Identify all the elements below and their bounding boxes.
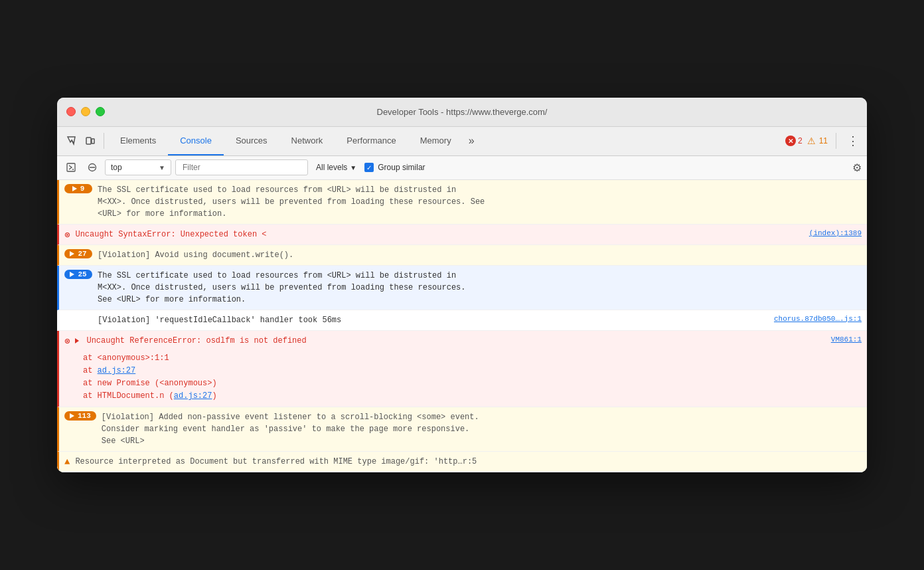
play-icon-3	[70, 272, 74, 277]
console-row-violation-113: 113 [Violation] Added non-passive event …	[57, 407, 867, 452]
more-options-button[interactable]: ⋮	[844, 134, 862, 148]
main-toolbar: Elements Console Sources Network Perform…	[57, 127, 867, 156]
stack-frame-1: at ad.js:27	[83, 365, 217, 377]
source-index-1389[interactable]: (index):1389	[809, 229, 862, 237]
more-tabs-button[interactable]: »	[463, 127, 480, 155]
console-row-idle-callback: [Violation] 'requestIdleCallback' handle…	[57, 310, 867, 331]
toolbar-divider-2	[836, 133, 836, 149]
svg-rect-1	[92, 139, 94, 143]
play-icon-2	[70, 251, 74, 256]
msg-reference-error: Uncaught ReferenceError: osdlfm is not d…	[86, 335, 825, 347]
expand-triangle-icon[interactable]	[75, 338, 79, 343]
levels-dropdown[interactable]: All levels ▼	[312, 159, 360, 175]
settings-icon[interactable]: ⚙	[852, 161, 862, 174]
play-icon	[72, 186, 77, 191]
devtools-window: Developer Tools - https://www.theverge.c…	[57, 98, 867, 473]
toolbar-divider-1	[104, 133, 104, 149]
tab-console[interactable]: Console	[168, 127, 224, 155]
error-count-badge[interactable]: ✕ 2	[785, 136, 803, 146]
msg-syntax-error: Uncaught SyntaxError: Unexpected token <	[75, 229, 803, 240]
error-circle-icon-2: ⊗	[64, 335, 70, 347]
error-icon: ✕	[785, 136, 796, 146]
clear-console-button[interactable]	[84, 159, 101, 176]
device-toolbar-button[interactable]	[81, 132, 100, 150]
tab-memory[interactable]: Memory	[408, 127, 463, 155]
msg-ssl-9: The SSL certificate used to load resourc…	[98, 184, 862, 220]
console-row-reference-error: ⊗ Uncaught ReferenceError: osdlfm is not…	[57, 331, 867, 408]
badge-25: 25	[64, 270, 92, 279]
console-row-ssl-9: 9 The SSL certificate used to load resou…	[57, 180, 867, 225]
badge-27: 27	[64, 249, 92, 258]
title-bar: Developer Tools - https://www.theverge.c…	[57, 98, 867, 127]
console-row-violation-27: 27 [Violation] Avoid using document.writ…	[57, 245, 867, 266]
badge-9: 9	[64, 184, 92, 193]
close-button[interactable]	[66, 107, 76, 116]
context-selector[interactable]: top ▼	[105, 159, 171, 175]
inspect-element-button[interactable]	[62, 132, 81, 150]
source-chorus[interactable]: chorus.87db050….js:1	[774, 315, 862, 323]
window-title: Developer Tools - https://www.theverge.c…	[377, 107, 548, 117]
play-icon-4	[70, 413, 74, 419]
tab-network[interactable]: Network	[279, 127, 335, 155]
source-vm861[interactable]: VM861:1	[831, 335, 862, 343]
tab-sources[interactable]: Sources	[224, 127, 279, 155]
chevron-down-icon: ▼	[159, 164, 165, 171]
tab-performance[interactable]: Performance	[335, 127, 408, 155]
warning-icon: ⚠	[807, 136, 817, 146]
stack-trace: at <anonymous>:1:1 at ad.js:27 at new Pr…	[64, 352, 217, 403]
msg-violation-27: [Violation] Avoid using document.write()…	[98, 249, 862, 261]
group-similar-toggle[interactable]: ✓ Group similar	[364, 163, 425, 172]
group-similar-checkbox[interactable]: ✓	[364, 163, 374, 172]
msg-ssl-25: The SSL certificate used to load resourc…	[98, 270, 862, 306]
maximize-button[interactable]	[96, 107, 105, 116]
levels-chevron-icon: ▼	[350, 164, 356, 171]
minimize-button[interactable]	[81, 107, 90, 116]
stack-frame-2: at new Promise (<anonymous>)	[83, 377, 217, 390]
traffic-lights	[66, 107, 105, 116]
stack-link-ad-js-2[interactable]: ad.js:27	[174, 391, 212, 401]
tab-elements[interactable]: Elements	[108, 127, 168, 155]
stack-link-ad-js[interactable]: ad.js:27	[98, 366, 136, 375]
warning-triangle-icon: ▲	[64, 456, 70, 467]
badge-113: 113	[64, 411, 96, 421]
msg-partial: Resource interpreted as Document but tra…	[75, 456, 862, 468]
msg-idle-callback: [Violation] 'requestIdleCallback' handle…	[98, 314, 769, 326]
console-row-ssl-25: 25 The SSL certificate used to load reso…	[57, 266, 867, 310]
svg-rect-0	[86, 138, 91, 144]
toolbar-right: ✕ 2 ⚠ 11 ⋮	[785, 133, 862, 149]
execute-button[interactable]	[62, 159, 80, 176]
console-toolbar: top ▼ All levels ▼ ✓ Group similar ⚙	[57, 156, 867, 180]
console-content: 9 The SSL certificate used to load resou…	[57, 180, 867, 473]
console-row-syntax-error: ⊗ Uncaught SyntaxError: Unexpected token…	[57, 225, 867, 245]
error-circle-icon: ⊗	[64, 229, 70, 240]
tab-bar: Elements Console Sources Network Perform…	[108, 127, 780, 155]
warning-count-badge[interactable]: ⚠ 11	[807, 136, 828, 146]
console-row-partial: ▲ Resource interpreted as Document but t…	[57, 452, 867, 472]
msg-violation-113: [Violation] Added non-passive event list…	[102, 411, 862, 447]
stack-frame-3: at HTMLDocument.n (ad.js:27)	[83, 390, 217, 403]
stack-frame-0: at <anonymous>:1:1	[83, 352, 217, 365]
filter-input[interactable]	[175, 159, 308, 175]
